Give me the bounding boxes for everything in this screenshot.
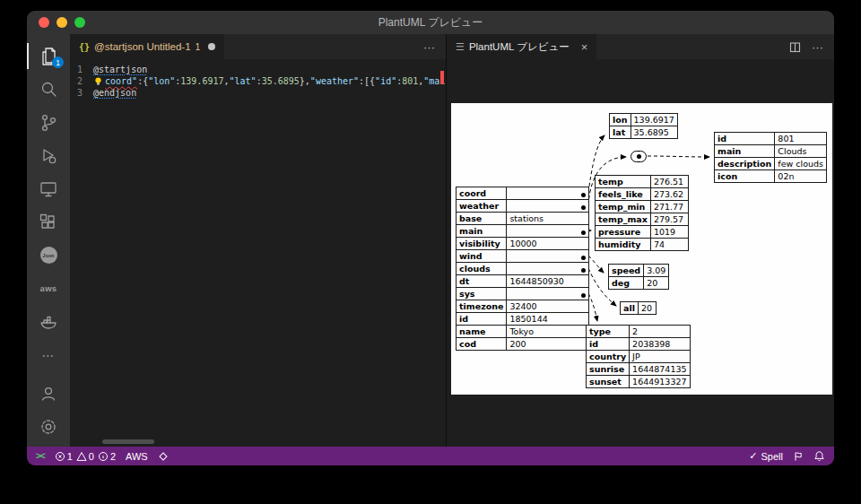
editor-tab-untitled-1[interactable]: {} @startjson Untitled-1 1	[70, 34, 224, 59]
spell-checker-status[interactable]: ✓ Spell	[749, 450, 783, 462]
explorer-badge: 1	[52, 56, 64, 68]
json-file-icon: {}	[79, 42, 90, 52]
table-row: sunrise1644874135	[587, 363, 691, 376]
warning-count: 0	[89, 451, 94, 462]
error-count: 1	[67, 451, 73, 462]
table-row: countryJP	[587, 351, 691, 363]
preview-tab-label: PlantUML プレビュー	[469, 40, 570, 54]
table-row: all20	[621, 302, 657, 315]
coord-table: lon139.6917lat35.6895	[609, 113, 678, 139]
table-row: lon139.6917	[610, 114, 678, 126]
editor-tabbar: {} @startjson Untitled-1 1 ···	[70, 34, 446, 59]
json-root-table: coordweatherbasestationsmainvisibility10…	[456, 187, 589, 351]
table-row: cod200	[457, 338, 589, 351]
problems-status[interactable]: 1 0 2	[55, 451, 116, 462]
close-tab-icon[interactable]: ×	[581, 40, 588, 54]
line-number: 3	[70, 87, 93, 99]
titlebar: PlantUML プレビュー	[27, 11, 834, 34]
preview-tabbar: ☰ PlantUML プレビュー × ···	[447, 34, 834, 59]
table-row: temp276.51	[596, 176, 689, 188]
sidebar-item-explorer[interactable]: 1	[27, 39, 70, 73]
preview-content: coordweatherbasestationsmainvisibility10…	[447, 59, 834, 447]
table-row: type2	[587, 326, 691, 338]
list-icon: ☰	[456, 41, 465, 53]
diamond-icon	[158, 451, 169, 462]
aws-icon: aws	[40, 283, 57, 293]
info-icon	[98, 451, 109, 462]
table-row: wind	[457, 250, 589, 263]
code-editor[interactable]: 1 @startjson 2 coord":{"lon":139.6917,"l…	[70, 59, 446, 447]
feedback-status[interactable]	[793, 451, 804, 462]
code-line: 3 @endjson	[70, 87, 446, 99]
code-line-3-text: @endjson	[93, 87, 136, 99]
sidebar-item-aws[interactable]: aws	[27, 272, 70, 305]
node-dot	[637, 154, 641, 159]
sidebar-item-run-debug[interactable]	[27, 139, 70, 172]
sidebar-item-settings[interactable]	[27, 410, 70, 443]
close-window-button[interactable]	[39, 17, 49, 28]
minimize-window-button[interactable]	[57, 17, 67, 28]
sidebar-item-json-extension[interactable]: Json	[27, 239, 70, 272]
activity-bar: 1	[27, 34, 70, 447]
check-icon: ✓	[749, 450, 757, 462]
table-row: humidity74	[596, 239, 689, 251]
flag-icon	[793, 451, 804, 462]
preview-tab[interactable]: ☰ PlantUML プレビュー ×	[447, 34, 596, 59]
extensions-icon	[38, 212, 59, 233]
table-row: deg20	[609, 277, 669, 290]
sidebar-item-more-views[interactable]: ⋯	[27, 338, 70, 371]
table-row: id801	[715, 133, 827, 145]
gear-icon	[38, 416, 59, 438]
table-row: weather	[457, 200, 589, 213]
account-icon	[38, 383, 59, 404]
quickfix-lightbulb-icon[interactable]	[93, 76, 103, 86]
code-line-2-text: coord":{"lon":139.6917,"lat":35.6895},"w…	[93, 75, 446, 87]
spell-label: Spell	[761, 451, 783, 462]
aws-status-item[interactable]: AWS	[126, 451, 148, 462]
aws-profile-status[interactable]	[158, 451, 169, 462]
overview-ruler[interactable]	[438, 59, 446, 447]
sys-table: type2id2038398countryJPsunrise1644874135…	[586, 325, 691, 388]
debug-icon	[38, 145, 59, 167]
line-number: 1	[70, 64, 93, 75]
horizontal-scrollbar[interactable]	[102, 439, 154, 444]
sidebar-item-search[interactable]	[27, 73, 70, 106]
table-row: basestations	[457, 213, 589, 225]
status-bar: >< 1 0 2	[27, 447, 834, 465]
split-editor-icon[interactable]	[789, 41, 801, 53]
monitor-icon	[38, 178, 59, 200]
docker-whale-icon	[38, 311, 59, 333]
editor-tab-label: @startjson Untitled-1	[94, 41, 191, 52]
notifications-status[interactable]	[813, 450, 825, 462]
sidebar-item-account[interactable]	[27, 377, 70, 410]
sidebar-item-extensions[interactable]	[27, 205, 70, 239]
wind-table: speed3.09deg20	[608, 264, 669, 290]
preview-panel: ☰ PlantUML プレビュー × ···	[446, 34, 834, 447]
table-row: clouds	[457, 263, 589, 275]
zoom-window-button[interactable]	[74, 17, 85, 28]
dirty-indicator[interactable]	[208, 43, 215, 50]
clouds-table: all20	[620, 301, 657, 315]
bell-icon	[813, 450, 825, 462]
sidebar-item-docker[interactable]	[27, 305, 70, 338]
search-icon	[38, 79, 59, 100]
code-line: 1 @startjson	[70, 64, 446, 75]
sidebar-item-remote-explorer[interactable]	[27, 172, 70, 205]
table-row: feels_like273.62	[596, 188, 689, 201]
source-control-icon	[38, 112, 59, 134]
table-row: icon02n	[715, 170, 827, 183]
table-row: pressure1019	[596, 226, 689, 239]
table-row: timezone32400	[457, 300, 589, 313]
table-row: id1850144	[457, 313, 589, 326]
line-number: 2	[70, 75, 93, 87]
editor-more-actions-icon[interactable]: ···	[423, 40, 435, 54]
preview-more-actions-icon[interactable]: ···	[812, 40, 823, 54]
code-line: 2 coord":{"lon":139.6917,"lat":35.6895},…	[70, 75, 446, 87]
table-row: id2038398	[587, 338, 691, 351]
sidebar-item-source-control[interactable]	[27, 106, 70, 139]
weather-array-element-node	[631, 151, 647, 162]
remote-indicator[interactable]: ><	[36, 451, 45, 461]
warning-icon	[76, 451, 87, 462]
window-title: PlantUML プレビュー	[27, 15, 834, 30]
ellipsis-icon: ⋯	[42, 348, 56, 362]
